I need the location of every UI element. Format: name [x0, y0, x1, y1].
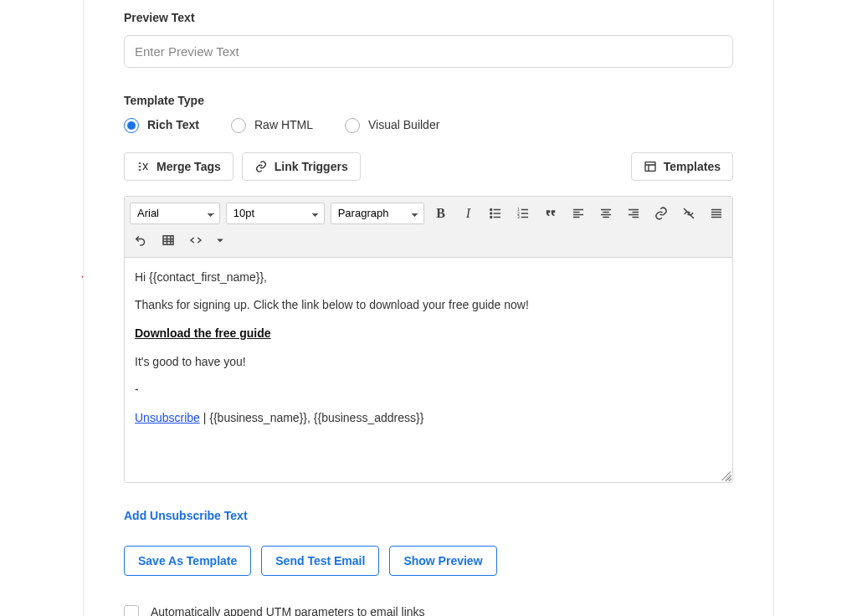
preview-text-label: Preview Text — [124, 10, 733, 27]
download-guide-link[interactable]: Download the free guide — [135, 326, 271, 340]
show-preview-button[interactable]: Show Preview — [389, 546, 496, 576]
preview-text-input[interactable] — [124, 35, 733, 68]
editor-line[interactable]: Thanks for signing up. Click the link be… — [135, 297, 722, 314]
unlink-button[interactable] — [678, 203, 700, 224]
bold-button[interactable]: B — [430, 203, 452, 224]
utm-label: Automatically append UTM parameters to e… — [151, 604, 425, 616]
templates-button[interactable]: Templates — [631, 152, 733, 181]
bullet-list-button[interactable] — [485, 203, 506, 224]
radio-raw-html[interactable]: Raw HTML — [231, 117, 313, 134]
align-right-button[interactable] — [623, 203, 644, 224]
link-triggers-button[interactable]: Link Triggers — [242, 152, 361, 181]
italic-button[interactable]: I — [458, 203, 480, 224]
resize-handle-icon — [719, 469, 731, 480]
undo-redo-icon[interactable] — [130, 229, 151, 251]
save-as-template-button[interactable]: Save As Template — [124, 546, 251, 576]
code-view-button[interactable] — [185, 229, 207, 251]
svg-text:3: 3 — [518, 215, 521, 219]
editor-line[interactable]: - — [135, 382, 722, 398]
font-select[interactable]: Arial — [130, 203, 220, 224]
paragraph-style-select[interactable]: Paragraph — [331, 203, 424, 224]
merge-tags-icon — [136, 160, 150, 173]
svg-point-1 — [490, 208, 492, 210]
unsubscribe-link[interactable]: Unsubscribe — [135, 411, 200, 424]
templates-icon — [644, 160, 657, 173]
svg-point-3 — [490, 216, 492, 218]
template-type-label: Template Type — [124, 93, 733, 110]
template-type-radio-group: Rich Text Raw HTML Visual Builder — [124, 117, 733, 134]
font-size-select[interactable]: 10pt — [226, 203, 325, 224]
merge-tags-button[interactable]: Merge Tags — [124, 152, 233, 181]
svg-rect-7 — [163, 236, 173, 245]
editor-line[interactable]: Hi {{contact_first_name}}, — [135, 270, 722, 286]
svg-point-2 — [490, 213, 492, 214]
blockquote-button[interactable] — [540, 203, 562, 224]
align-left-button[interactable] — [567, 203, 589, 224]
table-icon[interactable] — [157, 229, 179, 251]
add-unsubscribe-text-link[interactable]: Add Unsubscribe Text — [124, 508, 248, 525]
utm-checkbox[interactable] — [124, 605, 139, 616]
send-test-email-button[interactable]: Send Test Email — [261, 546, 379, 576]
align-justify-button[interactable] — [706, 203, 727, 224]
editor-content-area[interactable]: Hi {{contact_first_name}}, Thanks for si… — [125, 258, 732, 482]
radio-rich-text[interactable]: Rich Text — [124, 117, 199, 134]
align-center-button[interactable] — [595, 203, 617, 224]
insert-link-button[interactable] — [650, 203, 672, 224]
rich-text-editor: Arial 10pt Paragraph B I — [124, 196, 733, 483]
svg-rect-0 — [645, 162, 655, 171]
number-list-button[interactable]: 123 — [512, 203, 534, 224]
more-dropdown-icon[interactable] — [213, 229, 228, 251]
editor-line[interactable]: It's good to have you! — [135, 354, 722, 371]
link-icon — [254, 160, 268, 173]
radio-visual-builder[interactable]: Visual Builder — [345, 117, 439, 134]
editor-footer-line: Unsubscribe | {{business_name}}, {{busin… — [135, 410, 722, 427]
